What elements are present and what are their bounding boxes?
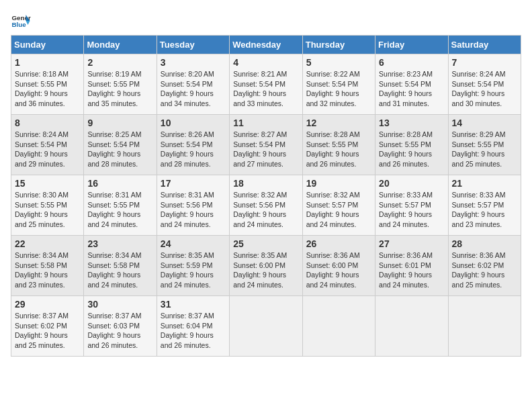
day-cell (448, 296, 521, 357)
day-info: Sunrise: 8:35 AM Sunset: 5:59 PM Dayligh… (161, 250, 226, 290)
day-info: Sunrise: 8:28 AM Sunset: 5:55 PM Dayligh… (379, 130, 444, 169)
day-cell (230, 296, 302, 357)
day-number: 17 (161, 178, 226, 189)
day-header-tuesday: Tuesday (157, 36, 229, 54)
day-cell: 12Sunrise: 8:28 AM Sunset: 5:55 PM Dayli… (302, 115, 375, 175)
day-number: 22 (15, 238, 80, 249)
day-info: Sunrise: 8:28 AM Sunset: 5:55 PM Dayligh… (306, 130, 371, 169)
day-info: Sunrise: 8:34 AM Sunset: 5:58 PM Dayligh… (87, 250, 152, 290)
day-number: 13 (379, 118, 444, 128)
day-header-monday: Monday (84, 36, 157, 54)
day-header-wednesday: Wednesday (230, 36, 302, 54)
day-cell: 17Sunrise: 8:31 AM Sunset: 5:56 PM Dayli… (157, 175, 229, 236)
day-header-sunday: Sunday (11, 36, 84, 54)
day-header-thursday: Thursday (302, 36, 375, 54)
day-info: Sunrise: 8:29 AM Sunset: 5:55 PM Dayligh… (452, 130, 517, 169)
day-cell: 2Sunrise: 8:19 AM Sunset: 5:55 PM Daylig… (84, 54, 157, 115)
day-cell: 21Sunrise: 8:33 AM Sunset: 5:57 PM Dayli… (448, 175, 521, 236)
day-cell: 26Sunrise: 8:36 AM Sunset: 6:00 PM Dayli… (302, 236, 375, 296)
day-cell: 23Sunrise: 8:34 AM Sunset: 5:58 PM Dayli… (84, 236, 157, 296)
week-row-3: 15Sunrise: 8:30 AM Sunset: 5:55 PM Dayli… (11, 175, 521, 236)
day-info: Sunrise: 8:31 AM Sunset: 5:56 PM Dayligh… (161, 190, 226, 230)
day-info: Sunrise: 8:36 AM Sunset: 6:00 PM Dayligh… (306, 250, 371, 290)
week-row-2: 8Sunrise: 8:24 AM Sunset: 5:54 PM Daylig… (11, 115, 521, 175)
day-cell: 20Sunrise: 8:33 AM Sunset: 5:57 PM Dayli… (375, 175, 448, 236)
day-info: Sunrise: 8:21 AM Sunset: 5:54 PM Dayligh… (233, 69, 298, 109)
day-number: 12 (306, 118, 371, 128)
day-number: 6 (379, 57, 444, 68)
day-info: Sunrise: 8:18 AM Sunset: 5:55 PM Dayligh… (15, 69, 80, 109)
day-number: 16 (87, 178, 152, 189)
day-cell: 31Sunrise: 8:37 AM Sunset: 6:04 PM Dayli… (157, 296, 229, 357)
day-cell: 18Sunrise: 8:32 AM Sunset: 5:56 PM Dayli… (230, 175, 302, 236)
day-cell: 9Sunrise: 8:25 AM Sunset: 5:54 PM Daylig… (84, 115, 157, 175)
day-cell: 14Sunrise: 8:29 AM Sunset: 5:55 PM Dayli… (448, 115, 521, 175)
day-number: 9 (87, 118, 152, 128)
day-cell: 11Sunrise: 8:27 AM Sunset: 5:54 PM Dayli… (230, 115, 302, 175)
day-number: 14 (452, 118, 517, 128)
day-number: 18 (233, 178, 298, 189)
day-cell: 15Sunrise: 8:30 AM Sunset: 5:55 PM Dayli… (11, 175, 84, 236)
day-number: 1 (15, 57, 80, 68)
day-cell (375, 296, 448, 357)
day-number: 24 (161, 238, 226, 249)
day-cell: 16Sunrise: 8:31 AM Sunset: 5:55 PM Dayli… (84, 175, 157, 236)
day-info: Sunrise: 8:35 AM Sunset: 6:00 PM Dayligh… (233, 250, 298, 290)
page-header: General Blue (11, 11, 521, 31)
day-info: Sunrise: 8:36 AM Sunset: 6:02 PM Dayligh… (452, 250, 517, 290)
day-cell (302, 296, 375, 357)
day-info: Sunrise: 8:20 AM Sunset: 5:54 PM Dayligh… (161, 69, 226, 109)
day-cell: 28Sunrise: 8:36 AM Sunset: 6:02 PM Dayli… (448, 236, 521, 296)
day-number: 28 (452, 238, 517, 249)
day-cell: 10Sunrise: 8:26 AM Sunset: 5:54 PM Dayli… (157, 115, 229, 175)
day-info: Sunrise: 8:25 AM Sunset: 5:54 PM Dayligh… (87, 130, 152, 169)
day-number: 27 (379, 238, 444, 249)
day-info: Sunrise: 8:32 AM Sunset: 5:56 PM Dayligh… (233, 190, 298, 230)
day-cell: 22Sunrise: 8:34 AM Sunset: 5:58 PM Dayli… (11, 236, 84, 296)
svg-text:Blue: Blue (12, 21, 27, 28)
day-cell: 4Sunrise: 8:21 AM Sunset: 5:54 PM Daylig… (230, 54, 302, 115)
day-number: 15 (15, 178, 80, 189)
day-number: 26 (306, 238, 371, 249)
day-cell: 24Sunrise: 8:35 AM Sunset: 5:59 PM Dayli… (157, 236, 229, 296)
day-number: 29 (15, 299, 80, 310)
day-info: Sunrise: 8:31 AM Sunset: 5:55 PM Dayligh… (87, 190, 152, 230)
logo: General Blue (11, 11, 31, 31)
day-cell: 3Sunrise: 8:20 AM Sunset: 5:54 PM Daylig… (157, 54, 229, 115)
day-info: Sunrise: 8:24 AM Sunset: 5:54 PM Dayligh… (15, 130, 80, 169)
day-number: 10 (161, 118, 226, 128)
day-cell: 25Sunrise: 8:35 AM Sunset: 6:00 PM Dayli… (230, 236, 302, 296)
day-number: 25 (233, 238, 298, 249)
day-number: 30 (87, 299, 152, 310)
day-cell: 5Sunrise: 8:22 AM Sunset: 5:54 PM Daylig… (302, 54, 375, 115)
svg-marker-3 (26, 21, 30, 25)
day-number: 7 (452, 57, 517, 68)
day-number: 31 (161, 299, 226, 310)
calendar-table: SundayMondayTuesdayWednesdayThursdayFrid… (11, 35, 521, 357)
day-number: 21 (452, 178, 517, 189)
day-info: Sunrise: 8:37 AM Sunset: 6:04 PM Dayligh… (161, 311, 226, 351)
day-info: Sunrise: 8:30 AM Sunset: 5:55 PM Dayligh… (15, 190, 80, 230)
day-cell: 6Sunrise: 8:23 AM Sunset: 5:54 PM Daylig… (375, 54, 448, 115)
day-info: Sunrise: 8:23 AM Sunset: 5:54 PM Dayligh… (379, 69, 444, 109)
day-info: Sunrise: 8:37 AM Sunset: 6:03 PM Dayligh… (87, 311, 152, 351)
day-number: 2 (87, 57, 152, 68)
day-cell: 7Sunrise: 8:24 AM Sunset: 5:54 PM Daylig… (448, 54, 521, 115)
day-number: 11 (233, 118, 298, 128)
day-number: 23 (87, 238, 152, 249)
day-info: Sunrise: 8:37 AM Sunset: 6:02 PM Dayligh… (15, 311, 80, 351)
day-cell: 1Sunrise: 8:18 AM Sunset: 5:55 PM Daylig… (11, 54, 84, 115)
day-cell: 8Sunrise: 8:24 AM Sunset: 5:54 PM Daylig… (11, 115, 84, 175)
day-info: Sunrise: 8:32 AM Sunset: 5:57 PM Dayligh… (306, 190, 371, 230)
day-header-saturday: Saturday (448, 36, 521, 54)
day-info: Sunrise: 8:22 AM Sunset: 5:54 PM Dayligh… (306, 69, 371, 109)
day-info: Sunrise: 8:24 AM Sunset: 5:54 PM Dayligh… (452, 69, 517, 109)
week-row-1: 1Sunrise: 8:18 AM Sunset: 5:55 PM Daylig… (11, 54, 521, 115)
day-info: Sunrise: 8:33 AM Sunset: 5:57 PM Dayligh… (379, 190, 444, 230)
day-header-friday: Friday (375, 36, 448, 54)
day-number: 20 (379, 178, 444, 189)
day-cell: 27Sunrise: 8:36 AM Sunset: 6:01 PM Dayli… (375, 236, 448, 296)
week-row-4: 22Sunrise: 8:34 AM Sunset: 5:58 PM Dayli… (11, 236, 521, 296)
header-row: SundayMondayTuesdayWednesdayThursdayFrid… (11, 36, 521, 54)
day-cell: 29Sunrise: 8:37 AM Sunset: 6:02 PM Dayli… (11, 296, 84, 357)
